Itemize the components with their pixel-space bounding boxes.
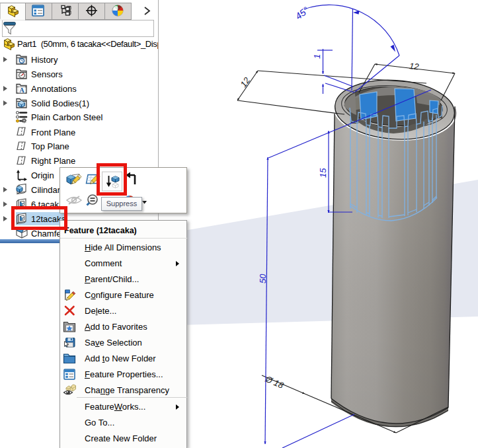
svg-text:12: 12: [238, 75, 252, 89]
svg-text:12: 12: [409, 61, 420, 72]
svg-text:Ø 18: Ø 18: [263, 373, 285, 391]
svg-text:1: 1: [312, 54, 322, 59]
svg-text:15: 15: [318, 168, 328, 178]
svg-text:45°: 45°: [294, 5, 311, 22]
svg-text:A: A: [19, 87, 24, 94]
svg-text:50: 50: [258, 274, 268, 283]
